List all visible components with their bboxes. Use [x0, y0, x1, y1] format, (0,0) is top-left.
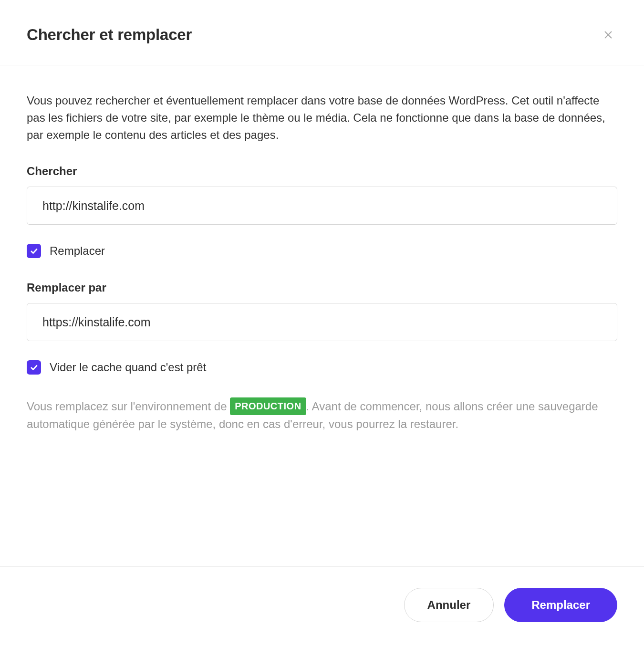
production-badge: PRODUCTION [230, 397, 306, 415]
search-replace-modal: Chercher et remplacer Vous pouvez recher… [0, 0, 644, 647]
clear-cache-checkbox[interactable] [27, 360, 41, 375]
replace-with-group: Remplacer par [27, 281, 617, 341]
replace-checkbox[interactable] [27, 244, 41, 258]
close-icon [603, 30, 613, 40]
search-input[interactable] [27, 187, 617, 225]
check-icon [30, 363, 38, 372]
replace-checkbox-label: Remplacer [50, 244, 105, 258]
close-button[interactable] [599, 26, 617, 44]
search-label: Chercher [27, 165, 617, 178]
clear-cache-checkbox-label: Vider le cache quand c'est prêt [50, 361, 206, 374]
modal-header: Chercher et remplacer [0, 0, 644, 65]
modal-footer: Annuler Remplacer [0, 566, 644, 647]
clear-cache-checkbox-row: Vider le cache quand c'est prêt [27, 360, 617, 375]
cancel-button[interactable]: Annuler [404, 588, 494, 622]
modal-body: Vous pouvez rechercher et éventuellement… [0, 65, 644, 566]
replace-with-label: Remplacer par [27, 281, 617, 294]
environment-note: Vous remplacez sur l'environnement de PR… [27, 397, 617, 433]
replace-button[interactable]: Remplacer [504, 588, 617, 622]
modal-title: Chercher et remplacer [27, 26, 192, 44]
replace-with-input[interactable] [27, 303, 617, 341]
description-text: Vous pouvez rechercher et éventuellement… [27, 92, 617, 144]
check-icon [30, 247, 38, 255]
search-group: Chercher [27, 165, 617, 225]
replace-checkbox-row: Remplacer [27, 244, 617, 258]
env-note-prefix: Vous remplacez sur l'environnement de [27, 400, 230, 413]
